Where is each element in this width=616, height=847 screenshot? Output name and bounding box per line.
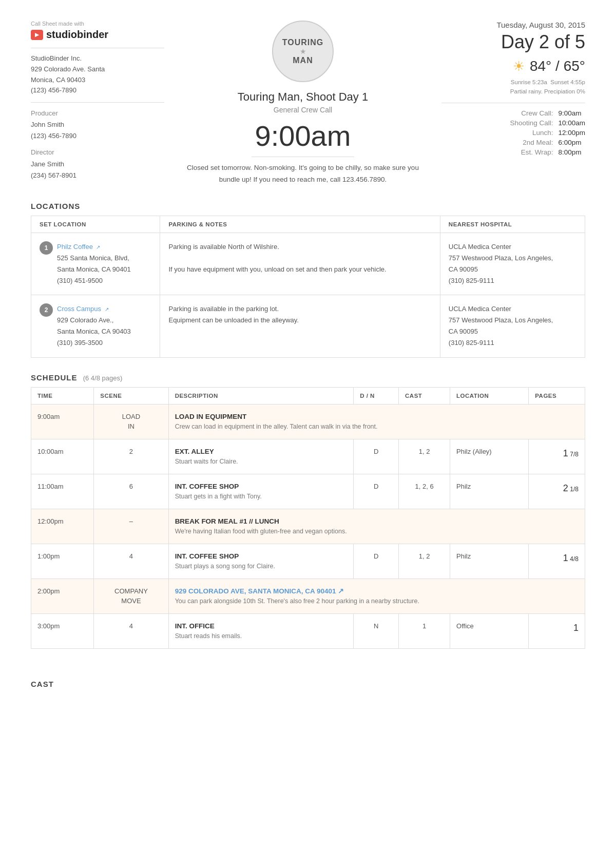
director-block: Director Jane Smith (234) 567-8901 bbox=[31, 147, 164, 181]
studiobinder-logo: ▶ studiobinder bbox=[31, 29, 164, 41]
producer-name: John Smith bbox=[31, 119, 164, 130]
move-desc-sub: You can park alongside 10th St. There's … bbox=[175, 596, 579, 606]
schedule-times: Crew Call: 9:00am Shooting Call: 10:00am… bbox=[441, 109, 585, 156]
hospital-phone: (310) 825-9111 bbox=[449, 337, 576, 349]
pages-frac: 7/8 bbox=[570, 451, 579, 458]
sched-time-cell: 9:00am bbox=[31, 404, 94, 439]
move-address[interactable]: 929 COLORADO AVE, SANTA MONICA, CA 90401… bbox=[175, 586, 579, 596]
cast-title: CAST bbox=[31, 680, 54, 688]
lunch-value: 12:00pm bbox=[558, 129, 585, 137]
schedule-row: 1:00pm4INT. COFFEE SHOP Stuart plays a s… bbox=[31, 544, 585, 579]
sched-scene-cell: COMPANYMOVE bbox=[94, 579, 168, 613]
schedule-table: TIME SCENE DESCRIPTION D / N CAST LOCATI… bbox=[31, 387, 585, 649]
loc-hospital-cell: UCLA Medica Center 757 Westwood Plaza, L… bbox=[440, 233, 585, 295]
crew-call-value: 9:00am bbox=[558, 109, 585, 117]
sched-pages-cell: 1 bbox=[529, 613, 585, 648]
sched-cast-cell: 1, 2, 6 bbox=[399, 474, 450, 509]
logo-icon: ▶ bbox=[31, 30, 43, 40]
sched-pages-cell: 1 7/8 bbox=[529, 439, 585, 474]
day-of: Day 2 of 5 bbox=[441, 31, 585, 53]
sched-pages-cell: 2 1/8 bbox=[529, 474, 585, 509]
sched-col-desc: DESCRIPTION bbox=[168, 387, 354, 404]
shooting-call-value: 10:00am bbox=[558, 119, 585, 127]
temp-low: 65° bbox=[564, 58, 585, 74]
location-row: 1 Philz Coffee ↗ 525 Santa Monica, Blvd,… bbox=[31, 233, 585, 295]
loc-set-cell: 2 Cross Campus ↗ 929 Colorado Ave.,Santa… bbox=[31, 295, 160, 357]
logo-light: studio bbox=[46, 29, 77, 40]
logo-bold: binder bbox=[77, 29, 108, 40]
producer-block: Producer John Smith (123) 456-7890 bbox=[31, 108, 164, 142]
desc-sub: Stuart plays a song song for Claire. bbox=[175, 562, 348, 571]
loc-col-set: SET LOCATION bbox=[31, 216, 160, 233]
divider-right bbox=[441, 103, 585, 103]
loc-col-hospital: NEAREST HOSPITAL bbox=[440, 216, 585, 233]
loc-parking-cell: Parking is available in the parking lot.… bbox=[160, 295, 440, 357]
hospital-name: UCLA Medica Center bbox=[449, 241, 576, 253]
sched-location-cell: Philz (Alley) bbox=[450, 439, 529, 474]
locations-title: LOCATIONS bbox=[31, 202, 585, 210]
header-center: TOURING ★ MAN Touring Man, Shoot Day 1 G… bbox=[164, 21, 441, 186]
sched-time-cell: 11:00am bbox=[31, 474, 94, 509]
loc-hospital-cell: UCLA Medica Center 757 Westwood Plaza, L… bbox=[440, 295, 585, 357]
loc-col-parking: PARKING & NOTES bbox=[160, 216, 440, 233]
loc-name-link[interactable]: Philz Coffee ↗ bbox=[57, 243, 100, 251]
loc-number: 1 bbox=[40, 241, 53, 255]
loc-cell-inner: 2 Cross Campus ↗ 929 Colorado Ave.,Santa… bbox=[40, 303, 151, 349]
pages-main: 1 bbox=[563, 448, 568, 458]
sched-scene-cell: LOADIN bbox=[94, 404, 168, 439]
sched-dn-cell: D bbox=[354, 474, 399, 509]
project-title: Touring Man, Shoot Day 1 bbox=[185, 90, 421, 104]
desc-title: EXT. ALLEY bbox=[175, 447, 348, 457]
external-link-icon: ↗ bbox=[96, 244, 100, 250]
loc-details: Philz Coffee ↗ 525 Santa Monica, Blvd,Sa… bbox=[57, 241, 131, 286]
sched-time-cell: 3:00pm bbox=[31, 613, 94, 648]
schedule-section-title: SCHEDULE (6 4/8 pages) bbox=[31, 373, 585, 382]
hospital-address: 757 Westwood Plaza, Los Angeles,CA 90095 bbox=[449, 315, 576, 337]
loc-address: 525 Santa Monica, Blvd,Santa Monica, CA … bbox=[57, 253, 131, 275]
sched-col-pages: PAGES bbox=[529, 387, 585, 404]
director-name: Jane Smith bbox=[31, 159, 164, 170]
sunrise-sunset: Sunrise 5:23a Sunset 4:55p bbox=[441, 78, 585, 87]
desc-sub: Stuart reads his emails. bbox=[175, 631, 348, 641]
company-phone: (123) 456-7890 bbox=[31, 85, 164, 96]
sched-col-time: TIME bbox=[31, 387, 94, 404]
sched-desc-cell: INT. COFFEE SHOP Stuart gets in a fight … bbox=[168, 474, 354, 509]
loc-name-link[interactable]: Cross Campus ↗ bbox=[57, 305, 109, 313]
sched-scene-cell: – bbox=[94, 509, 168, 544]
sunrise: Sunrise 5:23a bbox=[511, 79, 547, 85]
temp-high: 84° bbox=[530, 58, 551, 74]
schedule-row: 2:00pmCOMPANYMOVE929 COLORADO AVE, SANTA… bbox=[31, 579, 585, 613]
schedule-row: 3:00pm4INT. OFFICE Stuart reads his emai… bbox=[31, 613, 585, 648]
loc-phone: (310) 451-9500 bbox=[57, 275, 131, 286]
sched-dn-cell: D bbox=[354, 439, 399, 474]
company-address: StudioBinder Inc. 929 Colorado Ave. Sant… bbox=[31, 53, 164, 96]
schedule-row: 9:00amLOADINLOAD IN EQUIPMENT Crew can l… bbox=[31, 404, 585, 439]
loc-cell-inner: 1 Philz Coffee ↗ 525 Santa Monica, Blvd,… bbox=[40, 241, 151, 286]
schedule-row: 10:00am2EXT. ALLEY Stuart waits for Clai… bbox=[31, 439, 585, 474]
sched-time-cell: 1:00pm bbox=[31, 544, 94, 579]
divider-1 bbox=[31, 48, 164, 48]
call-time-divider bbox=[252, 157, 354, 157]
logo-text: studiobinder bbox=[46, 29, 108, 41]
sched-desc-cell: LOAD IN EQUIPMENT Crew can load in equip… bbox=[168, 404, 585, 439]
desc-sub: We're having Italian food with gluten-fr… bbox=[175, 527, 579, 536]
sched-col-dn: D / N bbox=[354, 387, 399, 404]
sched-col-cast: CAST bbox=[399, 387, 450, 404]
sched-dn-cell: D bbox=[354, 544, 399, 579]
company-name: StudioBinder Inc. bbox=[31, 53, 164, 64]
sched-pages-cell: 1 4/8 bbox=[529, 544, 585, 579]
sched-scene-cell: 2 bbox=[94, 439, 168, 474]
schedule-row: 11:00am6INT. COFFEE SHOP Stuart gets in … bbox=[31, 474, 585, 509]
header-left: Call Sheet made with ▶ studiobinder Stud… bbox=[31, 21, 164, 186]
schedule-subtitle: (6 4/8 pages) bbox=[83, 374, 123, 382]
sched-scene-cell: 4 bbox=[94, 544, 168, 579]
pages-main: 1 bbox=[563, 553, 568, 563]
sched-col-scene: SCENE bbox=[94, 387, 168, 404]
loc-phone: (310) 395-3500 bbox=[57, 337, 131, 349]
temp-sep: / bbox=[551, 58, 563, 74]
loc-number: 2 bbox=[40, 303, 53, 317]
project-logo: TOURING ★ MAN bbox=[272, 21, 334, 82]
sched-desc-cell: EXT. ALLEY Stuart waits for Claire. bbox=[168, 439, 354, 474]
sched-scene-cell: 4 bbox=[94, 613, 168, 648]
general-crew-label: General Crew Call bbox=[185, 106, 421, 114]
